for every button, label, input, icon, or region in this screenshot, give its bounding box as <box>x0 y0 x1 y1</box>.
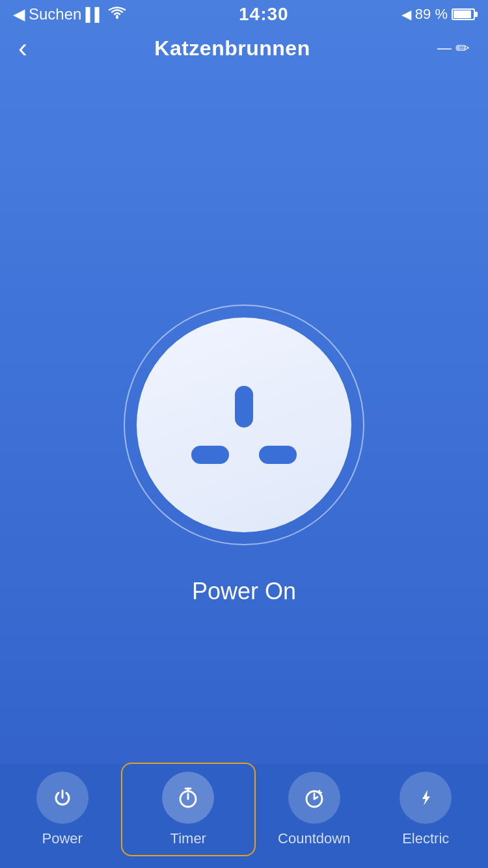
nav-icon-circle-power <box>36 772 88 824</box>
status-left: ◀ Suchen ▌▌ <box>13 5 126 23</box>
back-button[interactable]: ‹ <box>18 34 27 62</box>
content-area: Power On <box>0 68 488 868</box>
nav-icon-circle-electric <box>400 772 452 824</box>
power-icon <box>50 785 75 810</box>
nav-item-countdown[interactable]: Countdown <box>258 772 370 847</box>
location-icon: ◀ <box>401 7 411 22</box>
socket-pin-right <box>259 446 297 464</box>
nav-icon-circle-countdown <box>288 772 340 824</box>
header: ‹ Katzenbrunnen — ✏ <box>0 29 488 68</box>
electric-icon <box>413 785 438 810</box>
nav-label-countdown: Countdown <box>278 830 350 847</box>
status-right: ◀ 89 % <box>401 6 475 23</box>
nav-icon-circle-timer <box>162 772 214 824</box>
nav-label-timer: Timer <box>170 830 206 847</box>
status-time: 14:30 <box>239 4 289 25</box>
socket-pin-left <box>191 446 229 464</box>
page-wrapper: ◀ Suchen ▌▌ 14:30 ◀ 89 % ‹ <box>0 0 488 868</box>
battery-percent: 89 % <box>415 6 448 23</box>
nav-label-power: Power <box>42 830 83 847</box>
status-bar: ◀ Suchen ▌▌ 14:30 ◀ 89 % <box>0 0 488 29</box>
timer-icon <box>176 785 200 810</box>
socket-pins-bottom <box>191 446 297 464</box>
edit-pencil-icon: ✏ <box>455 38 470 59</box>
socket-pin-top <box>235 386 253 427</box>
bottom-nav: Power Timer <box>0 764 488 868</box>
page-title: Katzenbrunnen <box>154 36 310 61</box>
nav-item-electric[interactable]: Electric <box>370 772 482 847</box>
socket-outer-ring[interactable] <box>124 305 364 545</box>
socket-inner <box>137 318 351 532</box>
power-status-label: Power On <box>192 578 296 605</box>
battery-icon <box>452 8 475 20</box>
nav-label-electric: Electric <box>402 830 449 847</box>
edit-button[interactable]: — ✏ <box>437 38 470 59</box>
back-arrow-indicator: ◀ <box>13 5 25 23</box>
carrier-name: Suchen <box>29 5 81 23</box>
nav-item-power[interactable]: Power <box>7 772 118 847</box>
nav-item-timer[interactable]: Timer <box>121 763 256 856</box>
wifi-icon <box>108 5 126 23</box>
countdown-icon <box>302 785 327 810</box>
svg-point-0 <box>116 16 118 19</box>
signal-bars-icon: ▌▌ <box>85 7 103 22</box>
